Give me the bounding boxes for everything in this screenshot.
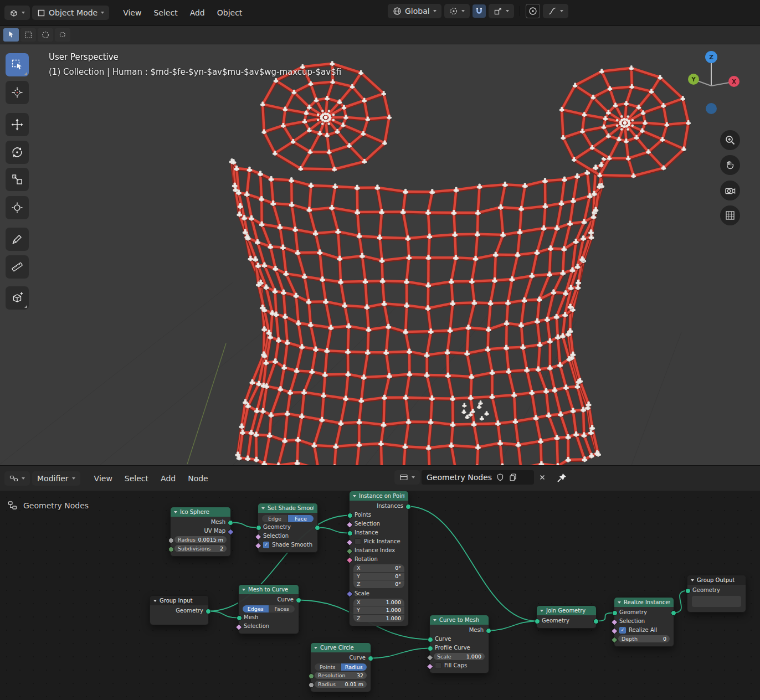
camera-view-button[interactable] — [720, 181, 740, 200]
bool-socket-in[interactable] — [427, 663, 433, 670]
node-join[interactable]: Join GeometryGeometry — [536, 605, 597, 629]
bool-socket-in[interactable] — [346, 539, 353, 545]
menu-view[interactable]: View — [88, 472, 119, 485]
gizmo-z-negative-axis[interactable] — [706, 103, 717, 114]
geometry-socket-out[interactable] — [228, 520, 233, 526]
select-mode-circle[interactable] — [38, 28, 53, 42]
menu-object[interactable]: Object — [211, 6, 249, 19]
node-iop[interactable]: Instance on PointsInstancesPointsSelecti… — [349, 491, 409, 626]
menu-view[interactable]: View — [117, 6, 147, 19]
node-m2c[interactable]: Mesh to CurveCurveEdgesFacesMeshSelectio… — [238, 584, 299, 634]
node-ri[interactable]: Realize InstancesGeometrySelection✓Reali… — [614, 597, 674, 647]
rotation-socket-in[interactable] — [346, 557, 353, 563]
toggle-option-edge[interactable]: Edge — [262, 515, 287, 522]
geometry-socket-out[interactable] — [315, 525, 320, 531]
checkbox-shade-smooth[interactable]: ✓ — [263, 542, 269, 548]
int-socket-in[interactable] — [309, 673, 314, 679]
geometry-socket-in[interactable] — [612, 610, 618, 616]
checkbox-realize-all[interactable]: ✓ — [619, 627, 626, 634]
geometry-socket-out[interactable] — [593, 619, 599, 624]
collapse-chevron-icon[interactable] — [314, 647, 317, 649]
collapse-chevron-icon[interactable] — [261, 507, 265, 509]
geometry-socket-in[interactable] — [347, 531, 353, 536]
menu-select[interactable]: Select — [119, 472, 155, 485]
bool-socket-in[interactable] — [346, 521, 353, 528]
tool-measure[interactable] — [6, 255, 29, 279]
proportional-falloff-dropdown[interactable] — [543, 4, 568, 18]
toggle-option-radius[interactable]: Radius — [341, 663, 367, 671]
node-header[interactable]: Ico Sphere — [171, 507, 230, 517]
value-field[interactable]: Radius0.0015 m — [174, 536, 227, 543]
vector-field-x[interactable]: X1.000 — [353, 599, 404, 606]
geometry-socket-in[interactable] — [685, 588, 691, 594]
pivot-point-dropdown[interactable] — [444, 4, 470, 18]
node-header[interactable]: Set Shade Smooth — [258, 503, 317, 513]
vector-field-x[interactable]: X0° — [353, 564, 404, 572]
menu-add[interactable]: Add — [184, 6, 211, 19]
value-field[interactable]: Depth0 — [618, 635, 670, 642]
vector-field-z[interactable]: Z1.000 — [353, 615, 404, 622]
collapse-chevron-icon[interactable] — [242, 589, 245, 591]
float-socket-in[interactable] — [168, 538, 174, 543]
node-header[interactable]: Mesh to Curve — [239, 585, 299, 594]
bool-socket-in[interactable] — [611, 619, 618, 625]
pin-button[interactable] — [554, 470, 569, 486]
toggle-option-face[interactable]: Face — [288, 515, 314, 522]
fake-user-shield-icon[interactable] — [496, 473, 505, 482]
node-tree-name-field[interactable]: Geometry Nodes — [422, 470, 534, 485]
select-mode-tweak[interactable] — [3, 28, 19, 42]
geometry-socket-in[interactable] — [428, 637, 433, 642]
proportional-editing-toggle[interactable] — [526, 4, 540, 18]
viewport-canvas[interactable] — [0, 44, 760, 465]
unlink-button[interactable] — [536, 471, 549, 484]
collapse-chevron-icon[interactable] — [153, 600, 157, 602]
float-socket-in[interactable] — [309, 682, 314, 688]
geometry-socket-in[interactable] — [237, 615, 242, 621]
vector-field-y[interactable]: Y0° — [353, 573, 404, 580]
editor-type-dropdown[interactable] — [4, 6, 30, 20]
node-editor-type-dropdown[interactable] — [4, 471, 30, 486]
bool-socket-in[interactable] — [611, 627, 618, 634]
collapse-chevron-icon[interactable] — [540, 610, 543, 612]
node-header[interactable]: Instance on Points — [350, 491, 408, 501]
tool-cursor-3d[interactable] — [6, 81, 29, 104]
node-header[interactable]: Group Input — [150, 596, 208, 605]
node-cc[interactable]: Curve CircleCurvePointsRadiusResolution3… — [310, 642, 371, 692]
tool-add-primitive[interactable] — [6, 286, 29, 310]
int-socket-in[interactable] — [611, 636, 618, 643]
toggle-option-faces[interactable]: Faces — [269, 605, 295, 612]
select-mode-lasso[interactable] — [55, 28, 70, 42]
value-field[interactable]: Subdivisions2 — [174, 545, 227, 552]
node-tree-type-dropdown[interactable]: Modifier — [32, 471, 80, 486]
value-field[interactable]: Radius0.01 m — [315, 681, 367, 688]
tool-select-box[interactable] — [6, 53, 29, 76]
menu-select[interactable]: Select — [147, 6, 183, 19]
snap-toggle-button[interactable] — [473, 4, 486, 18]
object-mode-dropdown[interactable]: Object Mode — [32, 6, 109, 20]
geometry-socket-out[interactable] — [368, 656, 373, 661]
toggle-grid-button[interactable] — [720, 205, 740, 225]
node-header[interactable]: Realize Instances — [614, 598, 674, 607]
transform-orientation-dropdown[interactable]: Global — [388, 4, 441, 18]
geometry-socket-out[interactable] — [671, 610, 676, 616]
zoom-button[interactable] — [720, 130, 740, 150]
tool-rotate[interactable] — [6, 141, 29, 164]
checkbox-fill-caps[interactable] — [435, 662, 441, 669]
node-header[interactable]: Group Output — [687, 575, 746, 585]
tool-transform[interactable] — [6, 196, 29, 219]
checkbox-pick-instance[interactable] — [355, 538, 361, 545]
node-shade[interactable]: Set Shade SmoothEdgeFaceGeometrySelectio… — [258, 503, 318, 553]
tool-annotate[interactable] — [6, 228, 29, 251]
collapse-chevron-icon[interactable] — [174, 511, 177, 513]
vector-socket-out[interactable] — [227, 528, 234, 535]
tool-scale[interactable] — [6, 168, 29, 191]
toggle-option-edges[interactable]: Edges — [243, 605, 269, 612]
pan-button[interactable] — [720, 155, 740, 175]
geometry-socket-out[interactable] — [405, 504, 411, 509]
collapse-chevron-icon[interactable] — [433, 619, 437, 621]
geometry-socket-out[interactable] — [486, 628, 491, 634]
geometry-socket-out[interactable] — [206, 609, 211, 614]
value-field[interactable]: Resolution32 — [315, 672, 367, 679]
tool-move[interactable] — [6, 113, 29, 136]
geometry-socket-in[interactable] — [535, 619, 540, 624]
